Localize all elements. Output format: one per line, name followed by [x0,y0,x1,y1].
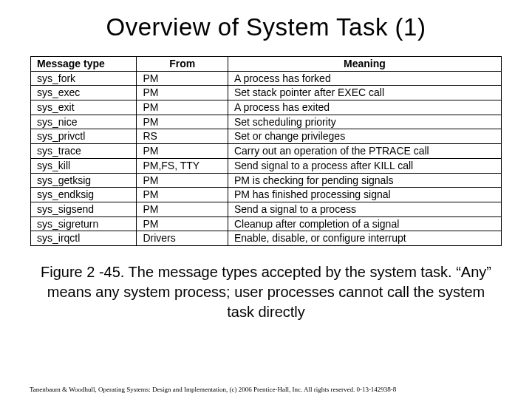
cell-type: sys_sigreturn [31,216,137,231]
cell-type: sys_endksig [31,188,137,202]
cell-type: sys_irqctl [31,231,137,246]
cell-meaning: A process has forked [228,71,501,86]
cell-type: sys_kill [31,158,137,173]
cell-meaning: Set or change privileges [228,129,501,144]
cell-type: sys_privctl [31,129,137,144]
cell-from: PM [137,100,228,115]
cell-from: Drivers [137,231,228,246]
table-row: sys_forkPMA process has forked [31,71,502,86]
header-message-type: Message type [31,57,137,72]
table-header-row: Message type From Meaning [31,57,502,72]
cell-meaning: Set scheduling priority [228,115,501,129]
cell-type: sys_exec [31,86,137,100]
cell-meaning: PM has finished processing signal [228,188,501,202]
table-row: sys_getksigPMPM is checking for pending … [31,173,502,188]
cell-meaning: Carry out an operation of the PTRACE cal… [228,144,501,159]
table-row: sys_execPMSet stack pointer after EXEC c… [31,86,502,100]
cell-type: sys_nice [31,115,137,129]
cell-meaning: Enable, disable, or configure interrupt [228,231,501,246]
table-row: sys_endksigPMPM has finished processing … [31,188,502,202]
cell-from: PM [137,86,228,100]
cell-from: PM [137,144,228,159]
cell-meaning: Send signal to a process after KILL call [228,158,501,173]
cell-meaning: Set stack pointer after EXEC call [228,86,501,100]
cell-meaning: Send a signal to a process [228,202,501,216]
cell-from: PM [137,216,228,231]
cell-type: sys_exit [31,100,137,115]
page-title: Overview of System Task (1) [30,13,502,41]
cell-type: sys_trace [31,144,137,159]
table-row: sys_sigsendPMSend a signal to a process [31,202,502,216]
cell-from: PM [137,173,228,188]
table-row: sys_exitPMA process has exited [31,100,502,115]
cell-from: RS [137,129,228,144]
header-meaning: Meaning [228,57,501,72]
table-row: sys_nicePMSet scheduling priority [31,115,502,129]
cell-from: PM,FS, TTY [137,158,228,173]
header-from: From [137,57,228,72]
figure-caption: Figure 2 -45. The message types accepted… [30,262,502,322]
table-row: sys_irqctlDriversEnable, disable, or con… [31,231,502,246]
table-row: sys_sigreturnPMCleanup after completion … [31,216,502,231]
table-row: sys_killPM,FS, TTYSend signal to a proce… [31,158,502,173]
cell-type: sys_getksig [31,173,137,188]
copyright-footer: Tanenbaum & Woodhull, Operating Systems:… [30,386,502,393]
cell-from: PM [137,71,228,86]
cell-from: PM [137,202,228,216]
cell-from: PM [137,188,228,202]
cell-from: PM [137,115,228,129]
table-row: sys_privctlRSSet or change privileges [31,129,502,144]
message-types-table: Message type From Meaning sys_forkPMA pr… [30,56,502,246]
cell-meaning: A process has exited [228,100,501,115]
cell-meaning: Cleanup after completion of a signal [228,216,501,231]
cell-type: sys_fork [31,71,137,86]
cell-meaning: PM is checking for pending signals [228,173,501,188]
cell-type: sys_sigsend [31,202,137,216]
table-row: sys_tracePMCarry out an operation of the… [31,144,502,159]
